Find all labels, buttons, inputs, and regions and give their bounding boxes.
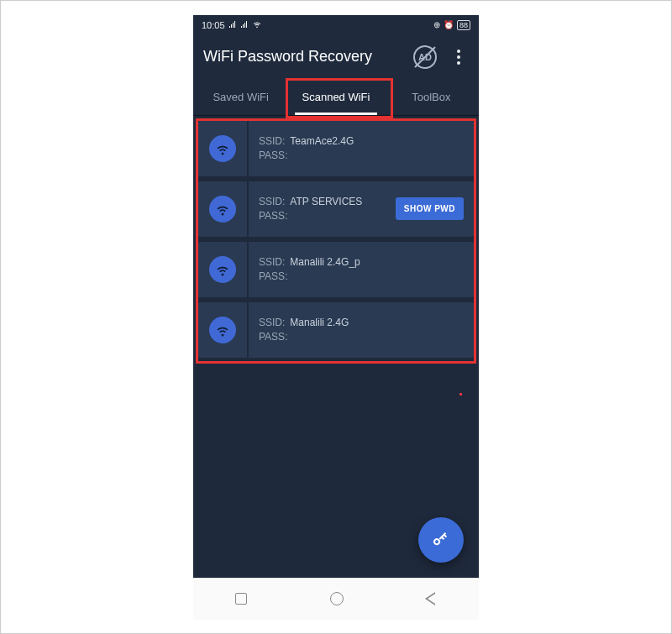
ssid-label: SSID: xyxy=(259,135,285,147)
wifi-list-item[interactable]: SSID:TeamAce2.4G PASS: xyxy=(198,121,474,176)
key-icon xyxy=(431,530,451,550)
ssid-value: Manalili 2.4G_p xyxy=(290,256,360,268)
ssid-label: SSID: xyxy=(259,196,285,207)
wifi-icon-cell xyxy=(198,181,249,237)
fab-key-button[interactable] xyxy=(418,517,464,563)
outer-frame: 10:05 ⊕ ⏰ 88 WiFi Password Recovery AD xyxy=(0,0,672,634)
content-area: SSID:TeamAce2.4G PASS: SSID:ATP SERVICES… xyxy=(193,116,479,578)
alarm-icon: ⏰ xyxy=(444,20,454,29)
tab-bar: Saved WiFi Scanned WiFi ToolBox xyxy=(193,79,479,116)
show-pwd-button[interactable]: SHOW PWD xyxy=(396,197,464,220)
wifi-icon xyxy=(209,196,236,223)
ssid-value: Manalili 2.4G xyxy=(290,317,349,328)
page-title: WiFi Password Recovery xyxy=(203,48,407,65)
tab-saved-wifi[interactable]: Saved WiFi xyxy=(193,79,288,115)
ssid-label: SSID: xyxy=(259,256,285,268)
home-button[interactable] xyxy=(330,592,344,605)
wifi-icon xyxy=(252,20,262,30)
wifi-icon xyxy=(209,135,236,162)
more-menu-icon[interactable] xyxy=(449,47,469,67)
tab-toolbox[interactable]: ToolBox xyxy=(384,79,479,115)
pass-label: PASS: xyxy=(259,149,287,161)
wifi-icon-cell xyxy=(198,302,249,358)
recent-apps-button[interactable] xyxy=(235,593,247,605)
ssid-label: SSID: xyxy=(259,317,285,328)
pass-label: PASS: xyxy=(259,210,287,222)
status-bar: 10:05 ⊕ ⏰ 88 xyxy=(193,15,479,35)
system-nav-bar xyxy=(193,578,479,620)
wifi-icon-cell xyxy=(198,242,249,297)
phone-screen: 10:05 ⊕ ⏰ 88 WiFi Password Recovery AD xyxy=(193,15,479,620)
battery-indicator: 88 xyxy=(457,20,470,30)
signal-icon xyxy=(240,20,249,30)
wifi-list-item[interactable]: SSID:ATP SERVICES PASS: SHOW PWD xyxy=(198,181,474,237)
signal-icon xyxy=(228,20,237,30)
lock-icon: ⊕ xyxy=(433,20,440,29)
wifi-icon xyxy=(209,317,236,343)
ssid-value: ATP SERVICES xyxy=(290,196,362,207)
back-button[interactable] xyxy=(427,592,437,605)
clock: 10:05 xyxy=(202,20,225,30)
no-ads-icon[interactable]: AD xyxy=(413,45,437,69)
pass-label: PASS: xyxy=(259,331,287,343)
wifi-list-item[interactable]: SSID:Manalili 2.4G_p PASS: xyxy=(198,242,474,297)
pass-label: PASS: xyxy=(259,270,287,282)
wifi-list-item[interactable]: SSID:Manalili 2.4G PASS: xyxy=(198,302,474,358)
wifi-icon-cell xyxy=(198,121,249,176)
wifi-icon xyxy=(209,256,236,283)
app-bar: WiFi Password Recovery AD xyxy=(193,35,479,79)
ssid-value: TeamAce2.4G xyxy=(290,135,354,147)
tab-scanned-wifi[interactable]: Scanned WiFi xyxy=(288,79,383,115)
recording-dot-icon xyxy=(459,393,462,396)
